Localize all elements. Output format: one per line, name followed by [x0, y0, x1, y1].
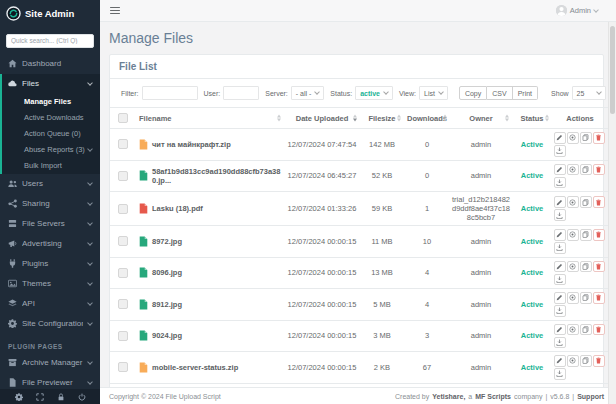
sidebar-item-files[interactable]: Files [2, 74, 100, 94]
column-header-filename[interactable]: Filename [136, 108, 284, 129]
file-info-button[interactable] [580, 261, 592, 273]
owner-link[interactable]: admin [471, 363, 491, 372]
edit-button[interactable] [554, 164, 566, 176]
download-button[interactable] [554, 368, 566, 380]
mfscripts-link[interactable]: MF Scripts [475, 393, 511, 400]
user-menu[interactable]: Admin [556, 5, 608, 16]
sidebar-item-file-previewer[interactable]: File Previewer [0, 373, 100, 390]
support-link[interactable]: Support [577, 393, 604, 400]
sidebar-item-archive-manager[interactable]: Archive Manager [0, 353, 100, 373]
copy-button[interactable]: Copy [459, 86, 487, 100]
edit-button[interactable] [554, 196, 566, 208]
server-select[interactable]: - all - [291, 86, 325, 100]
show-select[interactable]: 25 [572, 86, 606, 100]
gear-button[interactable] [15, 393, 23, 401]
user-filter-input[interactable] [223, 86, 259, 100]
sidebar-item-plugins[interactable]: Plugins [0, 254, 100, 274]
owner-link[interactable]: admin [471, 331, 491, 340]
file-link[interactable]: mobile-server-status.zip [152, 363, 238, 372]
file-link[interactable]: чит на майнкрафт.zip [152, 140, 231, 149]
sidebar-item-dashboard[interactable]: Dashboard [0, 54, 100, 74]
delete-button[interactable] [593, 292, 605, 304]
download-button[interactable] [554, 274, 566, 286]
download-button[interactable] [554, 177, 566, 189]
edit-button[interactable] [554, 132, 566, 144]
brand[interactable]: Site Admin [0, 0, 100, 26]
download-button[interactable] [554, 145, 566, 157]
column-header-status[interactable]: Status [512, 108, 552, 129]
file-info-button[interactable] [580, 196, 592, 208]
owner-link[interactable]: trial_d12b218482d9ddf8ae4f37c188c5bcb7 [452, 195, 510, 222]
status-select[interactable]: active [355, 86, 393, 100]
copy-url-button[interactable] [567, 261, 579, 273]
column-header-owner[interactable]: Owner [450, 108, 512, 129]
file-info-button[interactable] [580, 164, 592, 176]
file-info-button[interactable] [580, 324, 592, 336]
sort-icon[interactable] [353, 115, 357, 122]
copy-url-button[interactable] [567, 196, 579, 208]
row-checkbox[interactable] [118, 139, 128, 149]
edit-button[interactable] [554, 292, 566, 304]
sidebar-item-users[interactable]: Users [0, 174, 100, 194]
row-checkbox[interactable] [118, 204, 128, 214]
view-select[interactable]: List [419, 86, 448, 100]
owner-link[interactable]: admin [471, 140, 491, 149]
sort-icon[interactable] [397, 115, 401, 122]
sidebar-subitem-active-downloads[interactable]: Active Downloads [2, 110, 100, 126]
row-checkbox[interactable] [118, 299, 128, 309]
download-button[interactable] [554, 242, 566, 254]
copy-url-button[interactable] [567, 164, 579, 176]
file-link[interactable]: 58af1b9d813cc9ad190dd88cfb73a380.jp... [152, 167, 282, 185]
filter-input[interactable] [142, 86, 198, 100]
sidebar-subitem-bulk-import[interactable]: Bulk Import [2, 158, 100, 174]
download-button[interactable] [554, 305, 566, 317]
file-info-button[interactable] [580, 132, 592, 144]
copy-url-button[interactable] [567, 292, 579, 304]
row-checkbox[interactable] [118, 268, 128, 278]
scrollbar-thumb[interactable] [610, 26, 615, 114]
copy-url-button[interactable] [567, 229, 579, 241]
copy-url-button[interactable] [567, 324, 579, 336]
lock-button[interactable] [57, 393, 65, 401]
file-info-button[interactable] [580, 292, 592, 304]
sidebar-subitem-manage-files[interactable]: Manage Files [2, 94, 100, 110]
file-link[interactable]: 8096.jpg [152, 268, 182, 277]
delete-button[interactable] [593, 196, 605, 208]
sidebar-subitem-action-queue[interactable]: Action Queue (0) [2, 126, 100, 142]
sidebar-item-file-servers[interactable]: File Servers [0, 214, 100, 234]
delete-button[interactable] [593, 229, 605, 241]
menu-toggle-button[interactable] [107, 4, 123, 18]
quick-search-input[interactable] [6, 34, 94, 48]
copy-url-button[interactable] [567, 132, 579, 144]
expand-button[interactable] [36, 393, 44, 401]
copy-url-button[interactable] [567, 355, 579, 367]
edit-button[interactable] [554, 229, 566, 241]
select-all-checkbox[interactable] [118, 113, 128, 123]
yetishare-link[interactable]: Yetishare, [432, 393, 465, 400]
owner-link[interactable]: admin [471, 300, 491, 309]
print-button[interactable]: Print [513, 86, 538, 100]
owner-link[interactable]: admin [471, 268, 491, 277]
power-button[interactable] [78, 393, 86, 401]
download-button[interactable] [554, 337, 566, 349]
row-checkbox[interactable] [118, 362, 128, 372]
file-link[interactable]: 8972.jpg [152, 237, 182, 246]
sort-icon[interactable] [545, 115, 549, 122]
column-header-downloads[interactable]: Downloads [404, 108, 450, 129]
edit-button[interactable] [554, 261, 566, 273]
sidebar-item-api[interactable]: API [0, 294, 100, 314]
owner-link[interactable]: admin [471, 171, 491, 180]
sort-icon[interactable] [277, 115, 281, 122]
row-checkbox[interactable] [118, 171, 128, 181]
delete-button[interactable] [593, 132, 605, 144]
download-button[interactable] [554, 209, 566, 221]
delete-button[interactable] [593, 324, 605, 336]
delete-button[interactable] [593, 164, 605, 176]
scrollbar-track[interactable] [608, 22, 616, 404]
sidebar-subitem-abuse-reports[interactable]: Abuse Reports (3) [2, 142, 100, 158]
sidebar-item-sharing[interactable]: Sharing [0, 194, 100, 214]
delete-button[interactable] [593, 355, 605, 367]
file-link[interactable]: Lasku (18).pdf [152, 204, 203, 213]
csv-button[interactable]: CSV [487, 86, 512, 100]
file-link[interactable]: 8912.jpg [152, 300, 182, 309]
